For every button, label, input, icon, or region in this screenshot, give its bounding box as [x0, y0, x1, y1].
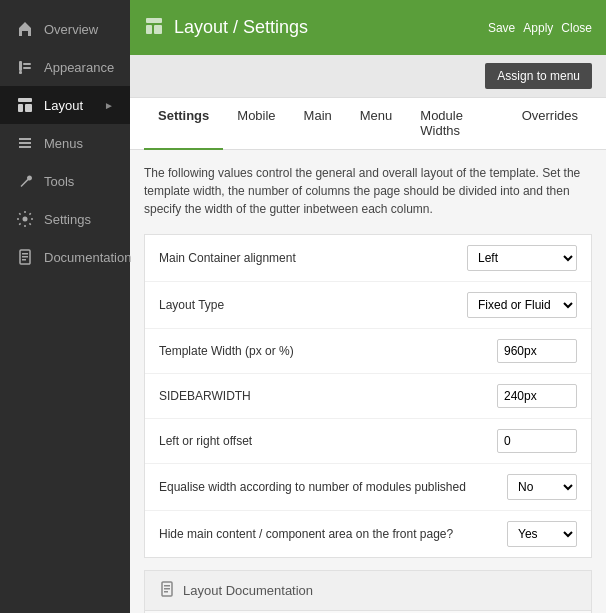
close-link[interactable]: Close	[561, 21, 592, 35]
label-equalise: Equalise width according to number of mo…	[159, 480, 507, 494]
input-template-width[interactable]	[497, 339, 577, 363]
control-template-width	[497, 339, 577, 363]
svg-rect-8	[19, 142, 31, 144]
svg-rect-4	[18, 98, 32, 102]
svg-rect-15	[146, 18, 162, 23]
label-layout-type: Layout Type	[159, 298, 467, 312]
tab-mobile[interactable]: Mobile	[223, 98, 289, 150]
sidebar-item-overview[interactable]: Overview	[0, 10, 130, 48]
sidebar-item-settings[interactable]: Settings	[0, 200, 130, 238]
doc-section: Layout Documentation 🔗 Controlling modul…	[144, 570, 592, 613]
sidebar-item-documentation[interactable]: Documentation	[0, 238, 130, 276]
control-alignment: Left Center Right	[467, 245, 577, 271]
svg-rect-13	[22, 256, 28, 258]
save-link[interactable]: Save	[488, 21, 515, 35]
sidebar-label-tools: Tools	[44, 174, 74, 189]
header-left: Layout / Settings	[144, 16, 308, 40]
sidebar-label-menus: Menus	[44, 136, 83, 151]
doc-section-header: Layout Documentation	[145, 571, 591, 611]
select-alignment[interactable]: Left Center Right	[467, 245, 577, 271]
svg-rect-9	[19, 146, 31, 148]
form-row-sidebar-width: SIDEBARWIDTH	[145, 374, 591, 419]
home-icon	[16, 20, 34, 38]
sidebar-item-tools[interactable]: Tools	[0, 162, 130, 200]
sidebar-item-appearance[interactable]: Appearance	[0, 48, 130, 86]
svg-rect-21	[164, 591, 168, 593]
svg-rect-7	[19, 138, 31, 140]
select-layout-type[interactable]: Fixed or Fluid Fixed Fluid	[467, 292, 577, 318]
control-layout-type: Fixed or Fluid Fixed Fluid	[467, 292, 577, 318]
svg-rect-14	[22, 259, 26, 261]
svg-rect-6	[25, 104, 32, 112]
layout-sidebar-icon	[16, 96, 34, 114]
tab-module-widths[interactable]: Module Widths	[406, 98, 507, 150]
control-sidebar-width	[497, 384, 577, 408]
header-actions: Save Apply Close	[488, 21, 592, 35]
layout-header-icon	[144, 16, 164, 40]
assign-to-menu-button[interactable]: Assign to menu	[485, 63, 592, 89]
sidebar: Overview Appearance Layout ►	[0, 0, 130, 613]
sidebar-item-menus[interactable]: Menus	[0, 124, 130, 162]
content-area: The following values control the general…	[130, 150, 606, 613]
main-area: Layout / Settings Save Apply Close Assig…	[130, 0, 606, 613]
input-sidebar-width[interactable]	[497, 384, 577, 408]
select-equalise[interactable]: No Yes	[507, 474, 577, 500]
form-row-template-width: Template Width (px or %)	[145, 329, 591, 374]
page-title: Layout / Settings	[174, 17, 308, 38]
sidebar-label-appearance: Appearance	[44, 60, 114, 75]
menu-icon	[16, 134, 34, 152]
doc-title: Layout Documentation	[183, 583, 313, 598]
svg-point-10	[23, 217, 28, 222]
svg-rect-20	[164, 588, 170, 590]
control-offset	[497, 429, 577, 453]
brush-icon	[16, 58, 34, 76]
sidebar-label-layout: Layout	[44, 98, 83, 113]
doc-icon	[16, 248, 34, 266]
chevron-right-icon: ►	[104, 100, 114, 111]
label-offset: Left or right offset	[159, 434, 497, 448]
svg-rect-2	[23, 63, 31, 65]
tab-settings[interactable]: Settings	[144, 98, 223, 150]
section-description: The following values control the general…	[144, 164, 592, 218]
svg-rect-3	[23, 67, 31, 69]
control-equalise: No Yes	[507, 474, 577, 500]
svg-rect-1	[19, 71, 22, 74]
label-sidebar-width: SIDEBARWIDTH	[159, 389, 497, 403]
form-row-equalise: Equalise width according to number of mo…	[145, 464, 591, 511]
svg-rect-0	[19, 61, 22, 71]
page-header: Layout / Settings Save Apply Close	[130, 0, 606, 55]
form-row-layout-type: Layout Type Fixed or Fluid Fixed Fluid	[145, 282, 591, 329]
form-row-hide-main: Hide main content / component area on th…	[145, 511, 591, 557]
svg-rect-12	[22, 253, 28, 255]
label-alignment: Main Container alignment	[159, 251, 467, 265]
form-row-offset: Left or right offset	[145, 419, 591, 464]
sidebar-label-settings: Settings	[44, 212, 91, 227]
tab-overrides[interactable]: Overrides	[508, 98, 592, 150]
tab-bar: Settings Mobile Main Menu Module Widths …	[130, 98, 606, 150]
svg-rect-5	[18, 104, 23, 112]
label-hide-main: Hide main content / component area on th…	[159, 527, 507, 541]
form-section: Main Container alignment Left Center Rig…	[144, 234, 592, 558]
assign-row: Assign to menu	[130, 55, 606, 98]
select-hide-main[interactable]: Yes No	[507, 521, 577, 547]
input-offset[interactable]	[497, 429, 577, 453]
apply-link[interactable]: Apply	[523, 21, 553, 35]
svg-rect-16	[146, 25, 152, 34]
gear-icon	[16, 210, 34, 228]
form-row-alignment: Main Container alignment Left Center Rig…	[145, 235, 591, 282]
doc-header-icon	[159, 581, 175, 600]
label-template-width: Template Width (px or %)	[159, 344, 497, 358]
sidebar-label-documentation: Documentation	[44, 250, 131, 265]
sidebar-label-overview: Overview	[44, 22, 98, 37]
control-hide-main: Yes No	[507, 521, 577, 547]
sidebar-item-layout[interactable]: Layout ►	[0, 86, 130, 124]
svg-rect-17	[154, 25, 162, 34]
svg-rect-19	[164, 585, 170, 587]
tab-main[interactable]: Main	[290, 98, 346, 150]
wrench-icon	[16, 172, 34, 190]
tab-menu[interactable]: Menu	[346, 98, 407, 150]
